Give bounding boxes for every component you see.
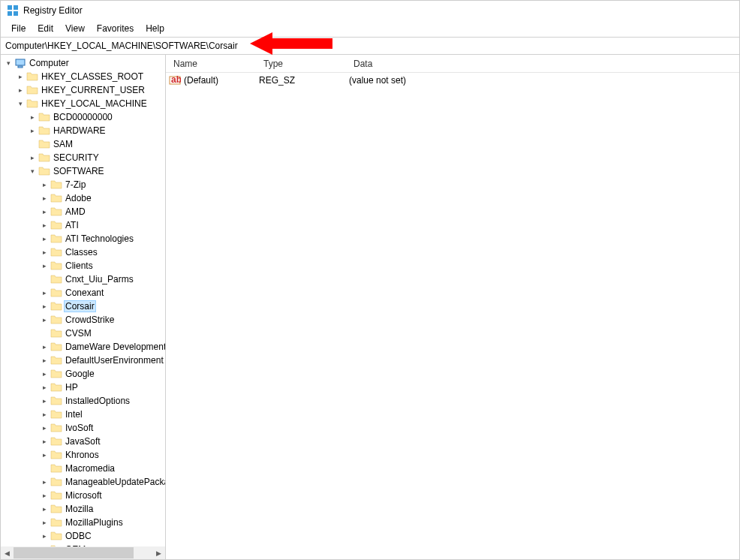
column-header-name[interactable]: Name: [166, 56, 256, 72]
tree-item-label: IvoSoft: [64, 423, 95, 433]
expander-icon[interactable]: ▸: [40, 424, 49, 432]
expander-icon[interactable]: ▸: [40, 208, 49, 215]
tree-google[interactable]: ▸Google: [1, 367, 166, 381]
expander-icon[interactable]: ▸: [40, 181, 49, 188]
tree-hklm[interactable]: ▾HKEY_LOCAL_MACHINE: [1, 97, 166, 110]
expander-icon[interactable]: ▸: [40, 532, 49, 540]
scroll-right-button[interactable]: ▶: [152, 546, 165, 559]
tree-cnxt-uiu-parms[interactable]: Cnxt_Uiu_Parms: [1, 272, 166, 286]
expander-icon[interactable]: ▸: [40, 343, 49, 351]
expander-icon[interactable]: ▸: [40, 478, 49, 486]
expander-icon[interactable]: ▸: [40, 221, 49, 229]
expander-icon[interactable]: ▸: [40, 262, 49, 269]
expander-icon[interactable]: ▸: [28, 113, 37, 121]
tree-installedoptions[interactable]: ▸InstalledOptions: [1, 394, 166, 408]
tree-crowdstrike[interactable]: ▸CrowdStrike: [1, 313, 166, 327]
tree-manageableupdatepackage[interactable]: ▸ManageableUpdatePackage: [1, 475, 166, 489]
tree-corsair[interactable]: ▸Corsair: [1, 300, 166, 313]
horizontal-scrollbar[interactable]: ◀ ▶: [1, 546, 165, 559]
tree-item-label: SAM: [52, 139, 74, 149]
titlebar: Registry Editor: [1, 1, 739, 20]
menu-file[interactable]: File: [5, 22, 32, 35]
tree-cvsm[interactable]: CVSM: [1, 327, 166, 340]
expander-icon[interactable]: ▸: [16, 86, 25, 94]
tree-item-label: HKEY_LOCAL_MACHINE: [40, 98, 149, 109]
expander-icon[interactable]: ▸: [40, 505, 49, 513]
column-header-data[interactable]: Data: [346, 56, 739, 72]
scroll-thumb[interactable]: [14, 547, 134, 558]
expander-icon[interactable]: ▸: [40, 370, 49, 378]
tree-amd[interactable]: ▸AMD: [1, 205, 166, 218]
tree-ati[interactable]: ▸ATI: [1, 218, 166, 232]
expander-icon[interactable]: ▸: [40, 397, 49, 405]
expander-icon[interactable]: ▸: [40, 316, 49, 324]
tree-sam[interactable]: SAM: [1, 137, 166, 151]
tree-computer[interactable]: ▾Computer: [1, 56, 166, 70]
expander-icon[interactable]: ▾: [4, 59, 13, 67]
menu-edit[interactable]: Edit: [32, 22, 59, 35]
tree-panel[interactable]: ▾Computer▸HKEY_CLASSES_ROOT▸HKEY_CURRENT…: [1, 55, 166, 559]
tree-odbc[interactable]: ▸ODBC: [1, 529, 166, 543]
list-header: Name Type Data: [166, 55, 739, 73]
menu-view[interactable]: View: [59, 22, 91, 35]
tree-javasoft[interactable]: ▸JavaSoft: [1, 435, 166, 448]
expander-icon[interactable]: ▸: [40, 384, 49, 391]
tree-item-label: CVSM: [64, 328, 93, 339]
tree-item-label: ATI: [64, 220, 80, 230]
svg-rect-1: [14, 5, 18, 10]
folder-icon: [50, 436, 62, 447]
svg-text:ab: ab: [171, 74, 181, 85]
tree-mozilla[interactable]: ▸Mozilla: [1, 502, 166, 516]
tree-khronos[interactable]: ▸Khronos: [1, 448, 166, 462]
address-input[interactable]: [1, 39, 739, 53]
tree-software[interactable]: ▾SOFTWARE: [1, 164, 166, 178]
menu-favorites[interactable]: Favorites: [91, 22, 140, 35]
tree-hp[interactable]: ▸HP: [1, 381, 166, 394]
tree-security[interactable]: ▸SECURITY: [1, 151, 166, 164]
tree-hkcr[interactable]: ▸HKEY_CLASSES_ROOT: [1, 70, 166, 83]
expander-icon[interactable]: ▸: [40, 492, 49, 499]
tree-macromedia[interactable]: Macromedia: [1, 462, 166, 475]
tree-hkcu[interactable]: ▸HKEY_CURRENT_USER: [1, 83, 166, 97]
tree-mozillaplugins[interactable]: ▸MozillaPlugins: [1, 516, 166, 529]
tree-adobe[interactable]: ▸Adobe: [1, 191, 166, 205]
expander-icon[interactable]: ▸: [40, 357, 49, 364]
expander-icon[interactable]: ▸: [40, 248, 49, 256]
svg-rect-0: [8, 5, 12, 10]
tree-7-zip[interactable]: ▸7-Zip: [1, 178, 166, 191]
expander-icon[interactable]: ▸: [40, 289, 49, 297]
column-header-type[interactable]: Type: [256, 56, 346, 72]
tree-item-label: Microsoft: [64, 490, 104, 501]
tree-item-label: HARDWARE: [52, 125, 107, 136]
expander-icon[interactable]: ▸: [40, 519, 49, 526]
folder-icon: [38, 125, 50, 136]
expander-icon[interactable]: ▾: [28, 167, 37, 175]
list-item[interactable]: ab (Default) REG_SZ (value not set): [166, 73, 739, 88]
tree-hardware[interactable]: ▸HARDWARE: [1, 124, 166, 137]
tree-clients[interactable]: ▸Clients: [1, 259, 166, 272]
expander-icon[interactable]: ▸: [16, 73, 25, 80]
tree-ivosoft[interactable]: ▸IvoSoft: [1, 421, 166, 435]
tree-item-label: CrowdStrike: [64, 315, 116, 325]
tree-conexant[interactable]: ▸Conexant: [1, 286, 166, 300]
tree-item-label: Intel: [64, 409, 84, 420]
expander-icon[interactable]: ▸: [40, 194, 49, 202]
scroll-left-button[interactable]: ◀: [1, 546, 14, 559]
tree-classes[interactable]: ▸Classes: [1, 245, 166, 259]
expander-icon[interactable]: ▸: [40, 411, 49, 418]
expander-icon[interactable]: ▸: [40, 451, 49, 459]
svg-rect-5: [16, 59, 25, 65]
tree-microsoft[interactable]: ▸Microsoft: [1, 489, 166, 502]
expander-icon[interactable]: ▸: [40, 438, 49, 445]
expander-icon[interactable]: ▸: [40, 303, 49, 310]
tree-intel[interactable]: ▸Intel: [1, 408, 166, 421]
expander-icon[interactable]: ▸: [28, 127, 37, 134]
tree-bcd[interactable]: ▸BCD00000000: [1, 110, 166, 124]
tree-ati-technologies[interactable]: ▸ATI Technologies: [1, 232, 166, 245]
tree-defaultuserenvironment[interactable]: ▸DefaultUserEnvironment: [1, 354, 166, 367]
expander-icon[interactable]: ▸: [40, 235, 49, 242]
expander-icon[interactable]: ▸: [28, 154, 37, 161]
tree-dameware-development[interactable]: ▸DameWare Development: [1, 340, 166, 354]
menu-help[interactable]: Help: [140, 22, 170, 35]
expander-icon[interactable]: ▾: [16, 100, 25, 107]
